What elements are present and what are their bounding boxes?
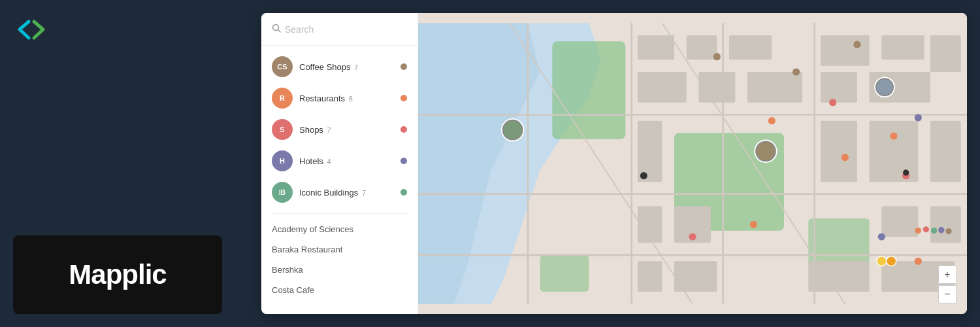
svg-point-58: [877, 79, 892, 95]
category-badge-r: R: [272, 88, 293, 109]
app-container: Mapplic Search: [0, 0, 980, 327]
brand-name: Mapplic: [69, 259, 166, 290]
search-area[interactable]: Search: [261, 24, 417, 46]
map-svg: [418, 13, 967, 314]
place-item-baraka[interactable]: Baraka Restaurant: [261, 239, 417, 260]
category-item-iconic-buildings[interactable]: IB Iconic Buildings 7: [261, 177, 417, 208]
category-item-restaurants[interactable]: R Restaurants 8: [261, 82, 417, 114]
logo-icon: [13, 13, 52, 46]
brand-box: Mapplic: [13, 235, 222, 314]
category-item-shops[interactable]: S Shops 7: [261, 114, 417, 145]
svg-point-43: [841, 154, 849, 161]
svg-point-64: [938, 227, 944, 233]
search-icon: [272, 24, 281, 35]
svg-point-62: [923, 226, 929, 232]
svg-rect-34: [881, 206, 918, 237]
zoom-out-button[interactable]: −: [938, 285, 956, 303]
main-content: Search CS Coffee Shops 7 R Restaurants 8: [261, 13, 967, 314]
place-item-academy[interactable]: Academy of Sciences: [261, 219, 417, 239]
zoom-in-button[interactable]: +: [938, 266, 956, 284]
svg-point-59: [641, 173, 647, 179]
svg-rect-28: [821, 121, 857, 182]
svg-rect-17: [687, 35, 717, 60]
category-dot-s: [400, 126, 407, 133]
svg-rect-31: [638, 206, 662, 243]
place-item-costa[interactable]: Costa Cafe: [261, 280, 417, 300]
svg-point-61: [915, 228, 921, 233]
place-item-bershka[interactable]: Bershka: [261, 260, 417, 280]
svg-rect-20: [698, 72, 735, 103]
svg-rect-22: [821, 35, 870, 66]
category-label-ib: Iconic Buildings 7: [299, 188, 366, 198]
place-list: Academy of Sciences Baraka Restaurant Be…: [261, 219, 417, 300]
svg-rect-21: [747, 72, 802, 103]
divider: [272, 213, 407, 214]
svg-point-49: [689, 233, 696, 240]
svg-point-45: [750, 221, 757, 228]
svg-rect-23: [881, 35, 924, 60]
svg-point-47: [829, 99, 836, 106]
svg-rect-6: [540, 255, 589, 292]
svg-rect-36: [674, 261, 717, 292]
category-badge-h: H: [272, 150, 293, 171]
svg-line-1: [278, 30, 281, 33]
category-label-h: Hotels 4: [299, 156, 331, 166]
category-label-s: Shops 7: [299, 125, 331, 135]
svg-rect-29: [870, 121, 919, 182]
svg-rect-16: [638, 35, 674, 60]
svg-rect-25: [821, 72, 857, 103]
category-dot-cs: [400, 63, 407, 70]
svg-point-65: [945, 228, 951, 234]
category-badge-s: S: [272, 119, 293, 140]
svg-point-42: [768, 117, 776, 124]
svg-rect-5: [808, 218, 869, 267]
map-area[interactable]: + −: [418, 13, 967, 314]
category-label-r: Restaurants 8: [299, 94, 353, 103]
svg-rect-27: [638, 121, 662, 182]
svg-rect-33: [930, 206, 961, 243]
svg-point-44: [890, 132, 897, 139]
svg-point-54: [504, 121, 522, 139]
category-item-coffee-shops[interactable]: CS Coffee Shops 7: [261, 51, 417, 82]
category-badge-cs: CS: [272, 56, 293, 77]
svg-rect-18: [729, 35, 772, 60]
map-controls: + −: [938, 266, 956, 303]
category-badge-ib: IB: [272, 182, 293, 203]
svg-rect-24: [930, 35, 961, 72]
svg-point-60: [903, 169, 909, 175]
category-dot-ib: [400, 189, 407, 196]
search-placeholder: Search: [285, 24, 314, 35]
svg-rect-3: [552, 41, 625, 139]
left-panel: Mapplic: [13, 13, 248, 314]
svg-rect-35: [638, 261, 662, 292]
category-label-cs: Coffee Shops 7: [299, 62, 358, 72]
svg-point-41: [853, 41, 860, 48]
category-dot-r: [400, 95, 407, 101]
svg-point-63: [931, 228, 937, 233]
svg-rect-19: [638, 72, 687, 103]
svg-point-66: [877, 256, 887, 266]
category-list: CS Coffee Shops 7 R Restaurants 8 S: [261, 51, 417, 208]
svg-point-46: [915, 258, 922, 265]
category-dot-h: [400, 158, 407, 164]
category-sidebar: Search CS Coffee Shops 7 R Restaurants 8: [261, 13, 418, 314]
svg-point-39: [713, 53, 721, 60]
svg-rect-37: [808, 261, 869, 292]
svg-rect-30: [930, 121, 961, 182]
svg-point-51: [878, 233, 885, 240]
svg-point-67: [887, 256, 896, 266]
svg-point-50: [915, 114, 922, 121]
svg-point-56: [757, 142, 775, 160]
category-item-hotels[interactable]: H Hotels 4: [261, 145, 417, 177]
svg-point-40: [792, 68, 800, 75]
